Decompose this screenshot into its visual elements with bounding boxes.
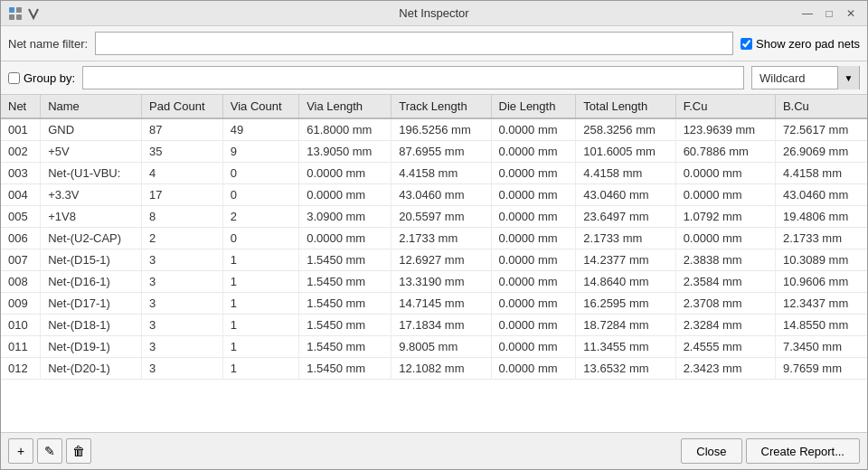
table-row[interactable]: 011Net-(D19-1)311.5450 mm9.8005 mm0.0000… — [1, 336, 867, 358]
net-cell: 001 — [1, 118, 41, 141]
name-cell: +1V8 — [41, 206, 142, 228]
table-container[interactable]: Net Name Pad Count Via Count Via Length … — [1, 95, 867, 432]
col-name[interactable]: Name — [41, 95, 142, 118]
show-zero-pad-label[interactable]: Show zero pad nets — [741, 37, 860, 51]
delete-button[interactable]: 🗑 — [66, 438, 91, 464]
via-count-cell: 49 — [222, 118, 298, 141]
net-cell: 012 — [1, 358, 41, 380]
col-track-length[interactable]: Track Length — [392, 95, 491, 118]
table-row[interactable]: 010Net-(D18-1)311.5450 mm17.1834 mm0.000… — [1, 315, 867, 336]
name-cell: +3.3V — [41, 184, 142, 206]
group-by-text: Group by: — [24, 71, 75, 85]
col-die-length[interactable]: Die Length — [491, 95, 576, 118]
bcu-cell: 7.3450 mm — [775, 336, 867, 358]
net-cell: 009 — [1, 293, 41, 315]
table-row[interactable]: 006Net-(U2-CAP)200.0000 mm2.1733 mm0.000… — [1, 228, 867, 249]
fcu-cell: 0.0000 mm — [675, 184, 775, 206]
via-count-cell: 0 — [222, 163, 298, 184]
fcu-cell: 60.7886 mm — [675, 141, 775, 163]
via-length-cell: 1.5450 mm — [299, 315, 392, 336]
net-table: Net Name Pad Count Via Count Via Length … — [1, 95, 867, 380]
table-row[interactable]: 009Net-(D17-1)311.5450 mm14.7145 mm0.000… — [1, 293, 867, 315]
via-length-cell: 1.5450 mm — [299, 336, 392, 358]
show-zero-pad-checkbox[interactable] — [741, 38, 752, 50]
via-count-cell: 0 — [222, 184, 298, 206]
bcu-cell: 26.9069 mm — [775, 141, 867, 163]
maximize-button[interactable]: □ — [820, 5, 838, 23]
table-row[interactable]: 005+1V8823.0900 mm20.5597 mm0.0000 mm23.… — [1, 206, 867, 228]
table-row[interactable]: 004+3.3V1700.0000 mm43.0460 mm0.0000 mm4… — [1, 184, 867, 206]
fcu-cell: 0.0000 mm — [675, 163, 775, 184]
name-cell: +5V — [41, 141, 142, 163]
fcu-cell: 0.0000 mm — [675, 228, 775, 249]
col-net[interactable]: Net — [1, 95, 41, 118]
table-row[interactable]: 008Net-(D16-1)311.5450 mm13.3190 mm0.000… — [1, 271, 867, 293]
via-count-cell: 1 — [222, 293, 298, 315]
col-via-count[interactable]: Via Count — [222, 95, 298, 118]
fcu-cell: 2.3284 mm — [675, 315, 775, 336]
total-length-cell: 2.1733 mm — [576, 228, 675, 249]
col-bcu[interactable]: B.Cu — [775, 95, 867, 118]
track-length-cell: 17.1834 mm — [392, 315, 491, 336]
total-length-cell: 11.3455 mm — [576, 336, 675, 358]
via-count-cell: 1 — [222, 249, 298, 271]
total-length-cell: 258.3256 mm — [576, 118, 675, 141]
via-count-cell: 1 — [222, 271, 298, 293]
group-by-label[interactable]: Group by: — [8, 71, 75, 85]
title-bar-icons — [8, 6, 41, 21]
via-count-cell: 2 — [222, 206, 298, 228]
table-row[interactable]: 012Net-(D20-1)311.5450 mm12.1082 mm0.000… — [1, 358, 867, 380]
name-cell: Net-(D15-1) — [41, 249, 142, 271]
close-button-bottom[interactable]: Close — [681, 438, 741, 464]
bcu-cell: 10.3089 mm — [775, 249, 867, 271]
close-button[interactable]: ✕ — [842, 5, 860, 23]
bcu-cell: 72.5617 mm — [775, 118, 867, 141]
track-length-cell: 20.5597 mm — [392, 206, 491, 228]
group-by-input[interactable] — [82, 66, 744, 89]
main-window: Net Inspector — □ ✕ Net name filter: Sho… — [0, 0, 868, 470]
title-bar: Net Inspector — □ ✕ — [1, 1, 867, 26]
minimize-button[interactable]: — — [798, 5, 816, 23]
die-length-cell: 0.0000 mm — [491, 141, 576, 163]
col-fcu[interactable]: F.Cu — [675, 95, 775, 118]
col-total-length[interactable]: Total Length — [576, 95, 675, 118]
track-length-cell: 43.0460 mm — [392, 184, 491, 206]
net-cell: 003 — [1, 163, 41, 184]
track-length-cell: 196.5256 mm — [392, 118, 491, 141]
col-pad-count[interactable]: Pad Count — [142, 95, 223, 118]
filter-label: Net name filter: — [8, 37, 88, 51]
table-row[interactable]: 001GND874961.8000 mm196.5256 mm0.0000 mm… — [1, 118, 867, 141]
edit-button[interactable]: ✎ — [37, 438, 62, 464]
table-row[interactable]: 002+5V35913.9050 mm87.6955 mm0.0000 mm10… — [1, 141, 867, 163]
group-by-row: Group by: Wildcard ▼ — [1, 61, 867, 95]
pad-count-cell: 4 — [142, 163, 223, 184]
via-count-cell: 9 — [222, 141, 298, 163]
table-row[interactable]: 007Net-(D15-1)311.5450 mm12.6927 mm0.000… — [1, 249, 867, 271]
die-length-cell: 0.0000 mm — [491, 184, 576, 206]
track-length-cell: 2.1733 mm — [392, 228, 491, 249]
wildcard-dropdown[interactable]: Wildcard ▼ — [751, 66, 860, 89]
die-length-cell: 0.0000 mm — [491, 249, 576, 271]
col-via-length[interactable]: Via Length — [299, 95, 392, 118]
track-length-cell: 13.3190 mm — [392, 271, 491, 293]
svg-rect-3 — [16, 14, 22, 20]
title-bar-controls: — □ ✕ — [798, 5, 860, 23]
table-body: 001GND874961.8000 mm196.5256 mm0.0000 mm… — [1, 118, 867, 380]
group-by-checkbox[interactable] — [8, 72, 20, 84]
name-cell: Net-(D20-1) — [41, 358, 142, 380]
via-length-cell: 13.9050 mm — [299, 141, 392, 163]
fcu-cell: 2.4555 mm — [675, 336, 775, 358]
total-length-cell: 4.4158 mm — [576, 163, 675, 184]
table-row[interactable]: 003Net-(U1-VBU:400.0000 mm4.4158 mm0.000… — [1, 163, 867, 184]
net-name-filter-input[interactable] — [95, 32, 733, 55]
bcu-cell: 4.4158 mm — [775, 163, 867, 184]
bcu-cell: 19.4806 mm — [775, 206, 867, 228]
pad-count-cell: 3 — [142, 293, 223, 315]
net-cell: 008 — [1, 271, 41, 293]
create-report-button[interactable]: Create Report... — [746, 438, 861, 464]
via-count-cell: 1 — [222, 336, 298, 358]
bcu-cell: 10.9606 mm — [775, 271, 867, 293]
via-length-cell: 0.0000 mm — [299, 163, 392, 184]
add-button[interactable]: + — [8, 438, 33, 464]
dropdown-arrow-icon: ▼ — [837, 66, 859, 89]
